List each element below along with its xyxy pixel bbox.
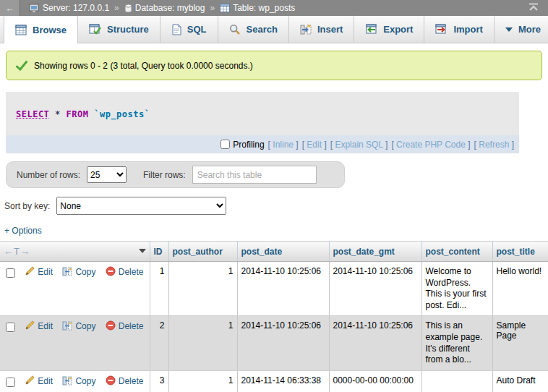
insert-icon	[300, 24, 312, 35]
column-header-post-date-gmt[interactable]: post_date_gmt	[329, 242, 421, 262]
number-of-rows-select[interactable]: 25	[87, 166, 127, 183]
options-toggle-link[interactable]: + Options	[4, 226, 42, 236]
sort-by-key-label: Sort by key:	[4, 201, 50, 211]
cell-post-author: 1	[168, 316, 237, 370]
column-header-id[interactable]: ID	[150, 242, 168, 262]
copy-row-link[interactable]: Copy	[75, 376, 95, 386]
breadcrumb-separator: »	[114, 3, 119, 13]
tab-bar: Browse Structure SQL Search	[0, 16, 548, 43]
cell-post-author: 1	[168, 370, 237, 392]
query-box: SELECT * FROM `wp_posts` Profiling [ Inl…	[6, 92, 519, 153]
edit-row-link[interactable]: Edit	[38, 267, 53, 277]
delete-row-link[interactable]: Delete	[119, 321, 144, 331]
copy-row-icon	[62, 376, 72, 385]
query-link-inline-group: [ Inline ]	[268, 140, 299, 150]
cell-post-content	[421, 370, 492, 392]
breadcrumb: Server: 127.0.0.1 » Database: myblog » T…	[29, 3, 295, 13]
tab-import-label: Import	[453, 24, 482, 35]
cell-post-date-gmt: 2014-11-10 10:25:06	[329, 262, 421, 316]
create-php-code-link[interactable]: Create PHP Code	[396, 140, 466, 150]
number-of-rows-label: Number of rows:	[17, 170, 80, 180]
breadcrumb-database-label: Database: myblog	[135, 3, 205, 13]
success-message-text: Showing rows 0 - 2 (3 total, Query took …	[34, 61, 253, 71]
collapse-panel-button[interactable]	[528, 3, 539, 14]
success-message: Showing rows 0 - 2 (3 total, Query took …	[6, 51, 542, 80]
cell-post-date: 2014-11-14 06:33:38	[237, 370, 329, 392]
back-button[interactable]: ←	[0, 0, 20, 16]
copy-row-icon	[62, 321, 72, 331]
cell-post-date: 2014-11-10 10:25:06	[237, 316, 329, 370]
bracket: [	[302, 140, 304, 150]
sql-star: *	[55, 109, 61, 119]
cell-id: 3	[150, 370, 168, 392]
row-actions: Edit Copy Delete	[0, 316, 150, 370]
breadcrumb-bar: ← Server: 127.0.0.1 » Database: myblog »	[0, 0, 548, 16]
edit-query-link[interactable]: Edit	[307, 140, 322, 150]
row-checkbox[interactable]	[6, 268, 15, 278]
tab-insert[interactable]: Insert	[289, 16, 354, 43]
cell-post-date: 2014-11-10 10:25:06	[237, 262, 329, 316]
inline-link[interactable]: Inline	[273, 140, 294, 150]
sql-table-name: `wp_posts`	[94, 109, 150, 119]
delete-row-link[interactable]: Delete	[119, 376, 144, 386]
row-actions: Edit Copy Delete	[0, 370, 150, 392]
sort-row: Sort by key: None	[4, 197, 548, 215]
breadcrumb-server[interactable]: Server: 127.0.0.1	[29, 3, 109, 13]
column-toggle-header[interactable]: ←T→	[0, 242, 150, 262]
tab-sql-label: SQL	[187, 24, 207, 35]
tab-export[interactable]: Export	[354, 16, 424, 43]
bracket: [	[474, 140, 476, 150]
column-header-post-date[interactable]: post_date	[237, 242, 329, 262]
bracket: [	[330, 140, 333, 150]
row-checkbox[interactable]	[6, 378, 15, 387]
sort-by-key-select[interactable]: None	[56, 197, 226, 215]
refresh-link[interactable]: Refresh	[479, 140, 509, 150]
cell-post-title: Hello world!	[492, 262, 548, 316]
filter-rows-input[interactable]	[192, 166, 317, 184]
query-link-explain-group: [ Explain SQL ]	[330, 140, 388, 150]
cell-post-content: This is an example page. It's different …	[421, 316, 492, 370]
tab-sql[interactable]: SQL	[160, 16, 218, 43]
column-header-post-content[interactable]: post_content	[421, 242, 492, 262]
query-link-php-group: [ Create PHP Code ]	[391, 140, 470, 150]
sql-icon	[171, 24, 181, 35]
column-header-post-title[interactable]: post_title	[492, 242, 548, 262]
structure-icon	[89, 24, 101, 35]
sort-caret-icon[interactable]	[139, 249, 146, 253]
tab-browse[interactable]: Browse	[4, 16, 78, 43]
row-checkbox[interactable]	[6, 323, 15, 332]
profiling-checkbox[interactable]	[221, 140, 230, 149]
table-row: Edit Copy Delete 1 1 2014-11-10 10:25:06…	[0, 262, 548, 316]
edit-row-link[interactable]: Edit	[38, 376, 53, 386]
collapse-chevron-icon	[528, 3, 539, 12]
breadcrumb-server-label: Server: 127.0.0.1	[43, 3, 109, 13]
delete-row-link[interactable]: Delete	[119, 267, 144, 277]
column-header-post-author[interactable]: post_author	[168, 242, 237, 262]
copy-row-link[interactable]: Copy	[75, 267, 95, 277]
bracket: ]	[324, 140, 326, 150]
tab-more[interactable]: More	[495, 16, 548, 43]
tab-search[interactable]: Search	[218, 16, 289, 43]
tab-structure[interactable]: Structure	[78, 16, 160, 43]
cell-post-title: Sample Page	[492, 316, 548, 370]
tab-browse-label: Browse	[33, 25, 67, 35]
copy-row-link[interactable]: Copy	[75, 321, 95, 331]
sql-keyword-select[interactable]: SELECT	[16, 109, 49, 119]
table-row: Edit Copy Delete 2 1 2014-11-10 10:25:06…	[0, 316, 548, 370]
breadcrumb-table[interactable]: Table: wp_posts	[220, 3, 295, 13]
browse-icon	[15, 25, 27, 35]
search-icon	[229, 24, 241, 35]
sql-query: SELECT * FROM `wp_posts`	[6, 92, 519, 135]
bracket: [	[391, 140, 393, 150]
edit-pencil-icon	[25, 266, 35, 276]
breadcrumb-database[interactable]: Database: myblog	[124, 3, 205, 13]
edit-row-link[interactable]: Edit	[38, 321, 53, 331]
tab-insert-label: Insert	[317, 24, 343, 35]
cell-post-title: Auto Draft	[492, 370, 548, 392]
column-toggle-arrows[interactable]: ←T→	[4, 246, 30, 257]
cell-post-date-gmt: 2014-11-10 10:25:06	[329, 316, 421, 370]
database-icon	[124, 4, 132, 13]
explain-sql-link[interactable]: Explain SQL	[335, 140, 382, 150]
rows-filter-bar: Number of rows: 25 Filter rows:	[6, 161, 345, 188]
tab-import[interactable]: Import	[424, 16, 494, 43]
